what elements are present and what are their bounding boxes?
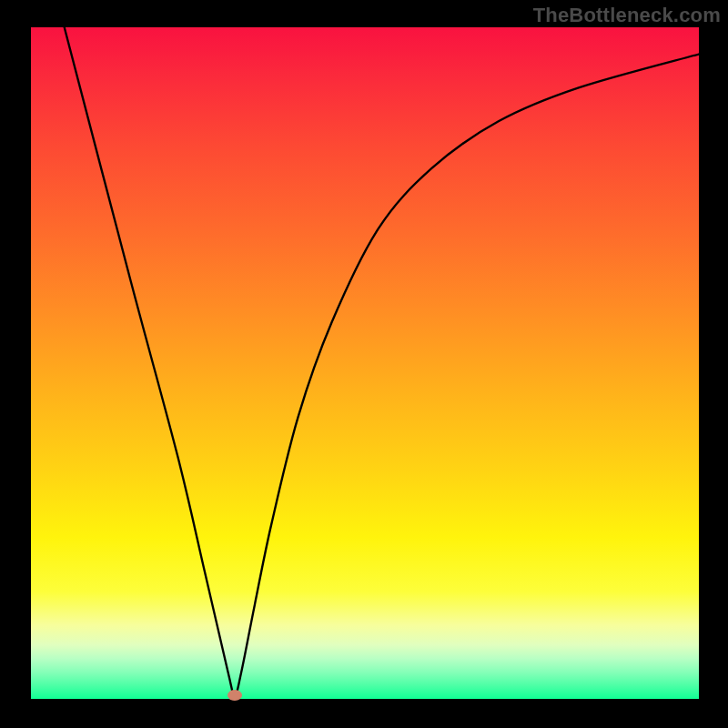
minimum-marker: [228, 690, 242, 701]
plot-area: [31, 27, 699, 699]
line-curve: [31, 27, 699, 699]
chart-frame: TheBottleneck.com: [0, 0, 728, 728]
watermark-text: TheBottleneck.com: [533, 4, 721, 27]
